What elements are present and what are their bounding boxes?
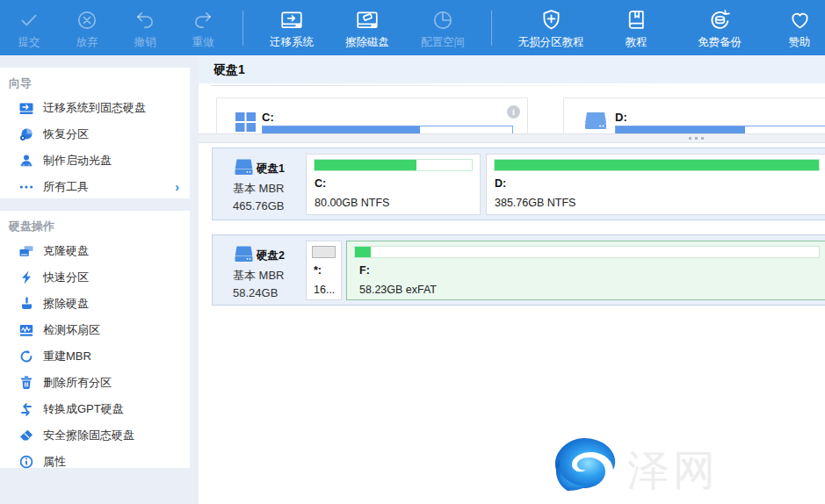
- watermark-text: 泽网: [627, 443, 719, 499]
- toolbar-button-tutorial[interactable]: 教程: [604, 0, 668, 55]
- sidebar-item-delete-all-partitions[interactable]: 删除所有分区: [0, 370, 190, 396]
- partition-f-selected[interactable]: F: 58.23GB exFAT: [346, 241, 825, 300]
- brush-icon: [19, 297, 33, 311]
- toolbar-button-label: 撤销: [134, 35, 156, 50]
- sidebar-item-label: 克隆硬盘: [43, 243, 89, 259]
- info-icon[interactable]: i: [507, 105, 520, 119]
- sidebar-item-label: 迁移系统到固态硬盘: [43, 100, 146, 116]
- toolbar-button-wipe-disk[interactable]: 擦除磁盘: [333, 0, 402, 55]
- lightning-icon: [19, 270, 33, 284]
- partition-label: C:: [315, 177, 326, 190]
- partition-label: D:: [495, 177, 506, 190]
- sidebar-section-label-disk-operations: 硬盘操作: [0, 211, 190, 238]
- hard-drive-icon: [234, 245, 254, 267]
- toolbar-separator: [491, 11, 492, 46]
- clone-icon: [19, 244, 33, 258]
- toolbar-button-free-backup[interactable]: 免费备份: [678, 0, 761, 55]
- disk-type: 基本 MBR: [233, 268, 285, 284]
- swap-icon: [19, 402, 33, 416]
- partition-detail: 80.00GB NTFS: [315, 197, 389, 209]
- sidebar-item-label: 重建MBR: [43, 349, 91, 364]
- toolbar-button-label: 擦除磁盘: [345, 35, 389, 50]
- tab-disk1[interactable]: 硬盘1: [199, 55, 245, 78]
- toolbar-button-submit: 提交: [0, 0, 58, 55]
- sidebar-item-surface-test[interactable]: 检测坏扇区: [0, 317, 190, 343]
- sidebar-item-properties[interactable]: 属性: [0, 449, 190, 475]
- sidebar-item-rebuild-mbr[interactable]: 重建MBR: [0, 343, 190, 370]
- toolbar-button-redo: 重做: [174, 0, 232, 55]
- partition-usage-bar: [494, 159, 820, 171]
- sidebar-item-label: 安全擦除固态硬盘: [43, 428, 134, 443]
- toolbar-button-donate[interactable]: 赞助: [770, 0, 825, 55]
- disk-name: 硬盘2: [257, 248, 285, 263]
- tab-divider: [211, 85, 677, 86]
- partition-usage-bar: [312, 246, 336, 258]
- sidebar-section-disk-operations: 硬盘操作 克隆硬盘 快速分区 擦除硬盘 检测坏扇区 重建MBR: [0, 211, 190, 468]
- redo-icon: [192, 5, 214, 32]
- toolbar: 提交 放弃 撤销 重做 迁移系统 擦除磁盘 配置空间 无损分区教程: [0, 0, 825, 55]
- sidebar-item-wipe-hard-drive[interactable]: 擦除硬盘: [0, 291, 190, 317]
- toolbar-button-undo: 撤销: [116, 0, 174, 55]
- sidebar-item-ssd-secure-erase[interactable]: 安全擦除固态硬盘: [0, 422, 190, 449]
- sidebar-item-label: 属性: [43, 454, 66, 470]
- overview-drive-label: C:: [262, 111, 274, 124]
- toolbar-button-label: 无损分区教程: [518, 35, 584, 50]
- trash-icon: [19, 376, 33, 390]
- splitter-handle[interactable]: [199, 133, 825, 143]
- backup-db-icon: [708, 5, 732, 32]
- toolbar-button-migrate-os[interactable]: 迁移系统: [257, 0, 326, 55]
- toolbar-button-label: 重做: [192, 35, 214, 50]
- partition-usage-bar: [354, 246, 820, 258]
- disk1-info[interactable]: 硬盘1 基本 MBR 465.76GB: [213, 148, 306, 220]
- toolbar-button-label: 赞助: [789, 35, 811, 50]
- toolbar-button-discard: 放弃: [58, 0, 116, 55]
- overview-usage-bar-c: [262, 126, 513, 133]
- disk2-info[interactable]: 硬盘2 基本 MBR 58.24GB: [213, 235, 306, 305]
- sidebar-section-label-wizard: 向导: [0, 68, 190, 95]
- sidebar-item-migrate-os-to-ssd[interactable]: 迁移系统到固态硬盘: [0, 95, 190, 121]
- splitter-grip-icon: [689, 137, 704, 140]
- info-icon: [19, 455, 33, 469]
- sidebar-item-convert-to-gpt[interactable]: 转换成GPT硬盘: [0, 396, 190, 422]
- toolbar-button-partition-tutorial[interactable]: 无损分区教程: [506, 0, 596, 55]
- disk-row-2: 硬盘2 基本 MBR 58.24GB *: 16... F: 58.23GB e…: [212, 234, 825, 306]
- hard-drive-icon: [583, 111, 608, 133]
- sidebar-item-label: 转换成GPT硬盘: [43, 401, 124, 417]
- toolbar-button-label: 提交: [18, 35, 40, 50]
- watermark: 泽网: [550, 436, 719, 504]
- toolbar-separator: [242, 11, 243, 46]
- sidebar-item-recover-partition[interactable]: 恢复分区: [0, 121, 190, 148]
- disk-arrow-icon: [19, 101, 33, 115]
- toolbar-button-label: 教程: [626, 35, 648, 50]
- partition-c[interactable]: C: 80.00GB NTFS: [306, 154, 481, 215]
- sidebar: 向导 迁移系统到固态硬盘 恢复分区 制作启动光盘 所有工具 › 硬盘操作: [0, 55, 199, 504]
- disk-tabstrip: 硬盘1: [199, 55, 825, 83]
- toolbar-button-label: 放弃: [76, 35, 98, 50]
- shield-plus-icon: [539, 5, 563, 32]
- swirl-logo-icon: [550, 436, 619, 504]
- overview-card-c[interactable]: C: i: [216, 97, 528, 133]
- main-area: 硬盘1 C: i: [199, 55, 825, 504]
- book-icon: [626, 5, 648, 32]
- sidebar-item-clone-disk[interactable]: 克隆硬盘: [0, 238, 190, 264]
- overview-usage-bar-d: [615, 126, 825, 133]
- overview-card-d[interactable]: D:: [563, 97, 825, 133]
- disk-arrow-right-icon: [279, 5, 304, 32]
- toolbar-button-allocate-space: 配置空间: [409, 0, 477, 55]
- sidebar-item-label: 恢复分区: [43, 126, 89, 142]
- sidebar-item-label: 制作启动光盘: [43, 153, 112, 169]
- eraser-icon: [19, 428, 33, 443]
- disk-overview-strip: C: i D:: [211, 91, 825, 133]
- partition-unformatted[interactable]: *: 16...: [306, 241, 342, 300]
- partition-detail: 16...: [314, 284, 335, 296]
- sidebar-section-wizard: 向导 迁移系统到固态硬盘 恢复分区 制作启动光盘 所有工具 ›: [0, 68, 190, 198]
- sidebar-item-quick-partition[interactable]: 快速分区: [0, 264, 190, 291]
- sidebar-item-make-bootable-media[interactable]: 制作启动光盘: [0, 148, 190, 174]
- sidebar-item-label: 快速分区: [43, 270, 89, 285]
- check-icon: [18, 5, 40, 32]
- overview-drive-label: D:: [615, 111, 627, 124]
- partition-d[interactable]: D: 385.76GB NTFS: [486, 154, 825, 215]
- sidebar-item-all-tools[interactable]: 所有工具 ›: [0, 174, 190, 200]
- disc-burn-icon: [19, 154, 33, 168]
- disk-name: 硬盘1: [257, 162, 285, 176]
